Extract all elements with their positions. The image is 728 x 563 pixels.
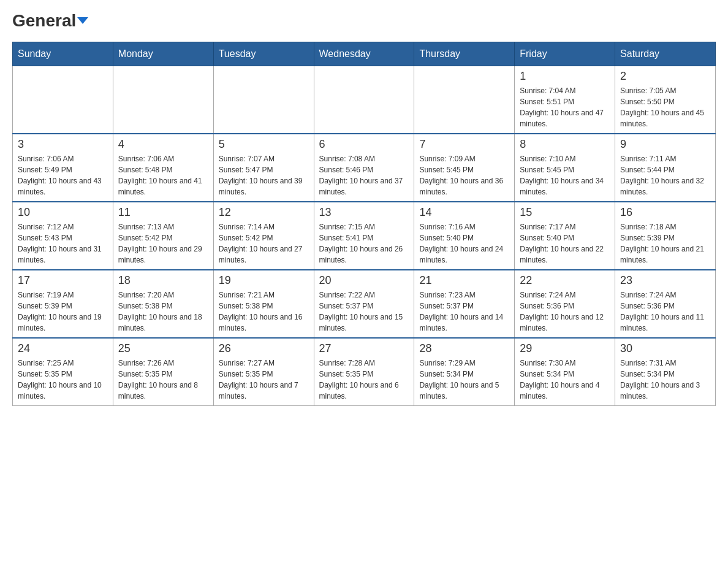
calendar-day-12: 12Sunrise: 7:14 AMSunset: 5:42 PMDayligh… [213, 202, 314, 270]
day-info-line: Daylight: 10 hours and 36 minutes. [419, 175, 509, 197]
day-info-line: Daylight: 10 hours and 12 minutes. [520, 312, 610, 334]
day-info-line: Sunrise: 7:28 AM [319, 358, 409, 369]
day-info-line: Sunset: 5:46 PM [319, 164, 409, 175]
day-info-line: Sunset: 5:37 PM [419, 301, 509, 312]
calendar-day-23: 23Sunrise: 7:24 AMSunset: 5:36 PMDayligh… [615, 270, 716, 338]
day-info-line: Sunset: 5:40 PM [520, 232, 610, 243]
day-info-line: Sunrise: 7:15 AM [319, 221, 409, 232]
day-info-line: Daylight: 10 hours and 29 minutes. [118, 243, 208, 266]
calendar-day-22: 22Sunrise: 7:24 AMSunset: 5:36 PMDayligh… [515, 270, 615, 338]
calendar-day-20: 20Sunrise: 7:22 AMSunset: 5:37 PMDayligh… [314, 270, 414, 338]
calendar-day-17: 17Sunrise: 7:19 AMSunset: 5:39 PMDayligh… [13, 270, 113, 338]
day-info-line: Sunrise: 7:29 AM [419, 358, 509, 369]
day-info-line: Daylight: 10 hours and 6 minutes. [319, 380, 409, 402]
day-number: 21 [419, 274, 509, 287]
day-info-line: Sunrise: 7:09 AM [419, 153, 509, 164]
day-info-line: Daylight: 10 hours and 11 minutes. [620, 312, 710, 334]
day-info-line: Sunset: 5:47 PM [219, 164, 309, 175]
day-info-line: Sunset: 5:37 PM [319, 301, 409, 312]
calendar-day-11: 11Sunrise: 7:13 AMSunset: 5:42 PMDayligh… [113, 202, 213, 270]
calendar-week-row: 10Sunrise: 7:12 AMSunset: 5:43 PMDayligh… [13, 202, 716, 270]
day-number: 11 [118, 206, 208, 219]
calendar-day-15: 15Sunrise: 7:17 AMSunset: 5:40 PMDayligh… [515, 202, 615, 270]
calendar-week-row: 1Sunrise: 7:04 AMSunset: 5:51 PMDaylight… [13, 66, 716, 134]
day-info-line: Daylight: 10 hours and 18 minutes. [118, 312, 208, 334]
day-info-line: Daylight: 10 hours and 34 minutes. [520, 175, 610, 197]
day-info-line: Daylight: 10 hours and 45 minutes. [620, 107, 710, 129]
calendar-day-18: 18Sunrise: 7:20 AMSunset: 5:38 PMDayligh… [113, 270, 213, 338]
day-info-line: Sunset: 5:34 PM [620, 369, 710, 380]
day-info-line: Daylight: 10 hours and 16 minutes. [219, 312, 309, 334]
day-info-line: Daylight: 10 hours and 15 minutes. [319, 312, 409, 334]
day-info-line: Sunrise: 7:14 AM [219, 221, 309, 232]
day-info-line: Sunset: 5:48 PM [118, 164, 208, 175]
page-header: General [12, 12, 716, 29]
calendar-week-row: 24Sunrise: 7:25 AMSunset: 5:35 PMDayligh… [13, 338, 716, 406]
calendar-day-16: 16Sunrise: 7:18 AMSunset: 5:39 PMDayligh… [615, 202, 716, 270]
day-number: 25 [118, 342, 208, 355]
day-info-line: Sunset: 5:35 PM [219, 369, 309, 380]
calendar-day-24: 24Sunrise: 7:25 AMSunset: 5:35 PMDayligh… [13, 338, 113, 406]
day-number: 19 [219, 274, 309, 287]
day-info-line: Sunrise: 7:04 AM [520, 85, 610, 96]
day-info-line: Sunset: 5:39 PM [620, 232, 710, 243]
day-info-line: Sunrise: 7:17 AM [520, 221, 610, 232]
day-info-line: Sunrise: 7:16 AM [419, 221, 509, 232]
day-number: 15 [520, 206, 610, 219]
day-number: 5 [219, 138, 309, 151]
weekday-header-sunday: Sunday [13, 42, 113, 66]
day-info-line: Sunrise: 7:25 AM [18, 358, 108, 369]
day-info-line: Daylight: 10 hours and 22 minutes. [520, 243, 610, 266]
day-number: 16 [620, 206, 710, 219]
day-info-line: Daylight: 10 hours and 19 minutes. [18, 312, 108, 334]
day-info-line: Daylight: 10 hours and 5 minutes. [419, 380, 509, 402]
day-number: 9 [620, 138, 710, 151]
day-info-line: Sunset: 5:36 PM [620, 301, 710, 312]
day-info-line: Sunrise: 7:24 AM [620, 289, 710, 301]
day-info-line: Sunset: 5:38 PM [219, 301, 309, 312]
day-info-line: Daylight: 10 hours and 7 minutes. [219, 380, 309, 402]
calendar-week-row: 17Sunrise: 7:19 AMSunset: 5:39 PMDayligh… [13, 270, 716, 338]
day-info-line: Sunset: 5:35 PM [18, 369, 108, 380]
day-info-line: Sunset: 5:50 PM [620, 96, 710, 107]
day-info-line: Sunrise: 7:22 AM [319, 289, 409, 301]
day-number: 10 [18, 206, 108, 219]
day-number: 7 [419, 138, 509, 151]
calendar-day-1: 1Sunrise: 7:04 AMSunset: 5:51 PMDaylight… [515, 66, 615, 134]
day-info-line: Sunset: 5:42 PM [118, 232, 208, 243]
day-info-line: Sunrise: 7:13 AM [118, 221, 208, 232]
day-number: 17 [18, 274, 108, 287]
day-number: 30 [620, 342, 710, 355]
day-info-line: Sunrise: 7:23 AM [419, 289, 509, 301]
day-info-line: Sunrise: 7:07 AM [219, 153, 309, 164]
day-info-line: Daylight: 10 hours and 41 minutes. [118, 175, 208, 197]
weekday-header-row: SundayMondayTuesdayWednesdayThursdayFrid… [13, 42, 716, 66]
day-info-line: Sunset: 5:40 PM [419, 232, 509, 243]
calendar-day-30: 30Sunrise: 7:31 AMSunset: 5:34 PMDayligh… [615, 338, 716, 406]
day-info-line: Sunset: 5:43 PM [18, 232, 108, 243]
day-info-line: Daylight: 10 hours and 32 minutes. [620, 175, 710, 197]
calendar-day-8: 8Sunrise: 7:10 AMSunset: 5:45 PMDaylight… [515, 134, 615, 202]
day-number: 29 [520, 342, 610, 355]
calendar-empty-cell [13, 66, 113, 134]
calendar-empty-cell [414, 66, 515, 134]
day-number: 23 [620, 274, 710, 287]
calendar-day-25: 25Sunrise: 7:26 AMSunset: 5:35 PMDayligh… [113, 338, 213, 406]
day-info-line: Sunrise: 7:12 AM [18, 221, 108, 232]
day-info-line: Daylight: 10 hours and 10 minutes. [18, 380, 108, 402]
day-number: 2 [620, 70, 710, 83]
day-info-line: Daylight: 10 hours and 8 minutes. [118, 380, 208, 402]
day-info-line: Daylight: 10 hours and 37 minutes. [319, 175, 409, 197]
day-info-line: Daylight: 10 hours and 47 minutes. [520, 107, 610, 129]
calendar-day-9: 9Sunrise: 7:11 AMSunset: 5:44 PMDaylight… [615, 134, 716, 202]
day-info-line: Sunset: 5:44 PM [620, 164, 710, 175]
day-info-line: Sunrise: 7:21 AM [219, 289, 309, 301]
calendar-day-7: 7Sunrise: 7:09 AMSunset: 5:45 PMDaylight… [414, 134, 515, 202]
day-info-line: Daylight: 10 hours and 26 minutes. [319, 243, 409, 266]
day-info-line: Sunset: 5:45 PM [419, 164, 509, 175]
day-number: 26 [219, 342, 309, 355]
calendar-day-28: 28Sunrise: 7:29 AMSunset: 5:34 PMDayligh… [414, 338, 515, 406]
calendar-day-3: 3Sunrise: 7:06 AMSunset: 5:49 PMDaylight… [13, 134, 113, 202]
calendar-week-row: 3Sunrise: 7:06 AMSunset: 5:49 PMDaylight… [13, 134, 716, 202]
day-info-line: Sunrise: 7:30 AM [520, 358, 610, 369]
